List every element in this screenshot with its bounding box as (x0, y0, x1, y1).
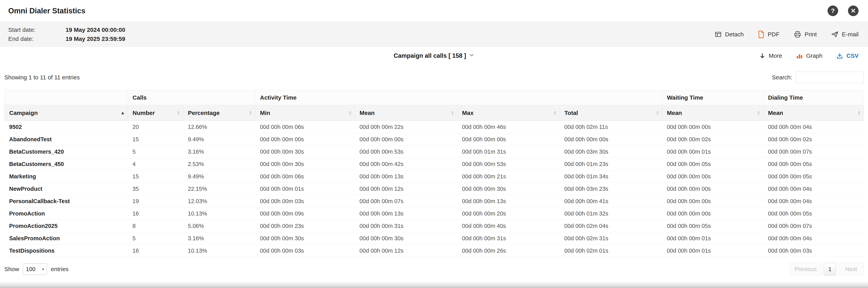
next-page-button[interactable]: Next (839, 263, 864, 276)
pdf-button[interactable]: PDF (758, 30, 779, 38)
help-icon[interactable]: ? (828, 5, 838, 16)
group-header-activity-time-label: Activity Time (260, 94, 297, 101)
sort-icon: ▲▼ (249, 110, 252, 116)
value-cell: 00d 00h 00m 00s (662, 195, 763, 207)
value-cell: 00d 00h 00m 22s (355, 121, 457, 133)
column-header-activity-mean[interactable]: Mean▲▼ (355, 105, 457, 121)
campaign-name-cell: BetaCustomers_420 (4, 146, 128, 158)
value-cell: 00d 00h 00m 13s (457, 195, 560, 207)
value-cell: 00d 00h 02m 01s (560, 244, 662, 257)
campaign-name-cell: 9502 (4, 121, 128, 133)
pagination: Previous 1 Next (790, 263, 864, 276)
table-row: PromoAction202585.06%00d 00h 00m 23s00d … (4, 220, 864, 232)
showing-entries-text: Showing 1 to 11 of 11 entries (4, 74, 80, 81)
value-cell: 00d 00h 01m 23s (560, 158, 662, 170)
dialog-bottom-shadow (0, 281, 868, 288)
value-cell: 00d 00h 00m 53s (355, 146, 457, 158)
column-header-number[interactable]: Number▲▼ (128, 105, 183, 121)
print-button[interactable]: Print (794, 30, 817, 38)
csv-button[interactable]: CSV (836, 52, 859, 59)
value-cell: 00d 00h 00m 31s (457, 232, 560, 244)
value-cell: 00d 00h 00m 01s (662, 146, 763, 158)
column-header-activity-max[interactable]: Max▲▼ (457, 105, 560, 121)
table-row: PromoAction1610.13%00d 00h 00m 09s00d 00… (4, 207, 864, 220)
column-header-campaign[interactable]: Campaign▲ (4, 105, 128, 121)
start-date-row: Start date: 19 May 2024 00:00:00 (8, 27, 125, 33)
value-cell: 00d 00h 00m 01s (255, 183, 355, 195)
email-icon (831, 30, 839, 38)
value-cell: 00d 00h 00m 03s (255, 195, 355, 207)
column-header-waiting-mean[interactable]: Mean▲▼ (662, 105, 763, 121)
end-date-label: End date: (8, 35, 66, 42)
column-header-activity-min[interactable]: Min▲▼ (255, 105, 355, 121)
column-label-dialing-mean: Mean (768, 110, 783, 116)
campaign-name-cell: PromoAction2025 (4, 220, 128, 232)
email-button[interactable]: E-mail (831, 30, 859, 38)
campaign-name-cell: PromoAction (4, 207, 128, 220)
group-header-calls-label: Calls (132, 94, 147, 101)
value-cell: 00d 00h 00m 30s (255, 158, 355, 170)
end-date-row: End date: 19 May 2025 23:59:59 (8, 35, 125, 42)
value-cell: 00d 00h 00m 05s (662, 158, 763, 170)
value-cell: 00d 00h 00m 05s (763, 158, 864, 170)
column-label-campaign: Campaign (9, 110, 38, 116)
table-row: PersonalCallback-Test1912.03%00d 00h 00m… (4, 195, 864, 207)
value-cell: 00d 00h 00m 07s (355, 195, 457, 207)
value-cell: 00d 00h 00m 13s (355, 207, 457, 220)
value-cell: 22.15% (183, 183, 255, 195)
value-cell: 00d 00h 00m 30s (255, 146, 355, 158)
page-size-select[interactable]: 100 ▾ (23, 263, 47, 275)
sort-icon: ▲▼ (656, 110, 659, 116)
value-cell: 00d 00h 00m 30s (255, 232, 355, 244)
value-cell: 00d 00h 00m 05s (662, 220, 763, 232)
previous-page-button[interactable]: Previous (790, 263, 821, 276)
value-cell: 00d 00h 00m 00s (662, 183, 763, 195)
value-cell: 5.06% (183, 220, 255, 232)
value-cell: 00d 00h 00m 30s (355, 232, 457, 244)
chevron-down-icon: ▾ (42, 267, 44, 271)
value-cell: 00d 00h 00m 00s (355, 133, 457, 146)
value-cell: 00d 00h 03m 23s (560, 183, 662, 195)
table-row: AbandonedTest159.49%00d 00h 00m 00s00d 0… (4, 133, 864, 146)
value-cell: 8 (128, 220, 183, 232)
value-cell: 00d 00h 00m 13s (355, 170, 457, 183)
campaign-name-cell: SalesPromoAction (4, 232, 128, 244)
column-label-mean: Mean (360, 110, 375, 116)
group-header-dialing-time-label: Dialing Time (768, 94, 803, 101)
close-icon[interactable]: ✕ (848, 5, 859, 16)
graph-button[interactable]: Graph (796, 52, 823, 59)
table-body: 95022012.66%00d 00h 00m 06s00d 00h 00m 2… (4, 121, 864, 257)
table-topbar: Showing 1 to 11 of 11 entries Search: (0, 65, 868, 90)
current-page-button[interactable]: 1 (824, 263, 836, 276)
sort-icon: ▲▼ (177, 110, 180, 116)
search-input[interactable] (796, 72, 864, 83)
column-header-percentage[interactable]: Percentage▲▼ (183, 105, 255, 121)
table-actions: More Graph CSV (759, 52, 868, 59)
value-cell: 00d 00h 00m 06s (255, 121, 355, 133)
more-button[interactable]: More (759, 53, 782, 59)
value-cell: 9.49% (183, 170, 255, 183)
table-footer: Show 100 ▾ entries Previous 1 Next (0, 257, 868, 276)
date-range: Start date: 19 May 2024 00:00:00 End dat… (8, 27, 125, 42)
value-cell: 00d 00h 00m 07s (763, 220, 864, 232)
column-label-number: Number (132, 110, 155, 116)
campaign-selector[interactable]: Campaign all calls [ 158 ] (394, 52, 474, 59)
column-header-activity-total[interactable]: Total▲▼ (560, 105, 662, 121)
column-label-max: Max (462, 110, 473, 116)
campaign-name-cell: Marketing (4, 170, 128, 183)
value-cell: 15 (128, 133, 183, 146)
graph-label: Graph (806, 53, 823, 59)
detach-button[interactable]: Detach (714, 31, 744, 38)
column-header-dialing-mean[interactable]: Mean▲▼ (763, 105, 864, 121)
value-cell: 15 (128, 170, 183, 183)
value-cell: 20 (128, 121, 183, 133)
value-cell: 10.13% (183, 207, 255, 220)
value-cell: 00d 00h 00m 07s (763, 146, 864, 158)
value-cell: 00d 00h 00m 02s (662, 133, 763, 146)
sort-icon: ▲▼ (757, 110, 761, 116)
value-cell: 00d 00h 00m 42s (355, 158, 457, 170)
campaign-name-cell: PersonalCallback-Test (4, 195, 128, 207)
value-cell: 35 (128, 183, 183, 195)
value-cell: 4 (128, 158, 183, 170)
value-cell: 9.49% (183, 133, 255, 146)
